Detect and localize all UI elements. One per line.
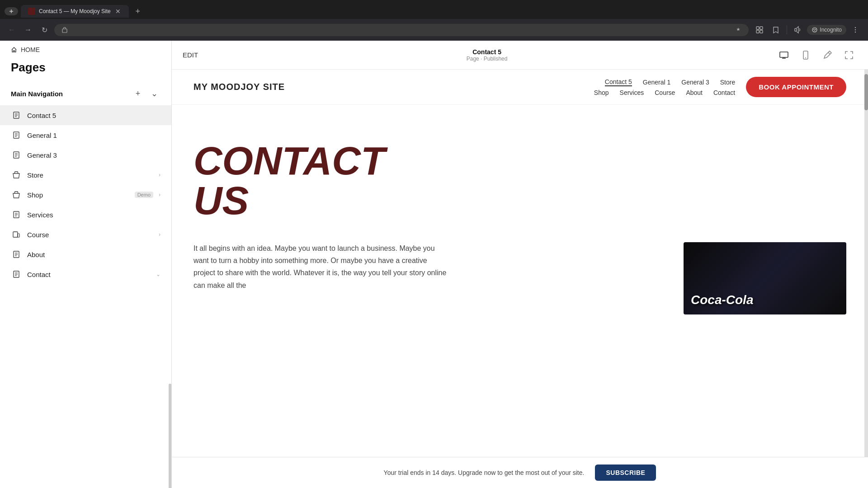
back-button[interactable]: ←	[5, 23, 18, 36]
scroll-indicator[interactable]	[169, 384, 171, 488]
url-input[interactable]: hibiscus-seabass-6444.squarespace.com/co…	[71, 27, 731, 33]
subscribe-button[interactable]: SUBSCRIBE	[595, 465, 656, 481]
collapse-button[interactable]: ⌄	[148, 87, 160, 100]
content-image: Coca-Cola	[684, 242, 846, 314]
tab-bar: Contact 5 — My Moodjoy Site ✕ +	[0, 0, 868, 19]
heading-line1: CONTACT	[193, 138, 385, 183]
toolbar-icons: Incognito	[752, 23, 863, 37]
site-content: CONTACT US It all begins with an idea. M…	[172, 105, 868, 333]
reload-button[interactable]: ↻	[38, 23, 51, 36]
page-meta: Page · Published	[467, 56, 508, 62]
incognito-label: Incognito	[820, 27, 842, 33]
edit-button[interactable]: EDIT	[183, 51, 198, 59]
home-link[interactable]: HOME	[0, 41, 171, 59]
course-label: Course	[27, 231, 153, 239]
general1-label: General 1	[27, 131, 160, 139]
add-page-button[interactable]: +	[132, 87, 144, 100]
desktop-view-button[interactable]	[776, 47, 792, 63]
shop-label: Shop	[27, 191, 129, 199]
svg-point-9	[855, 29, 856, 30]
browser-chrome: Contact 5 — My Moodjoy Site ✕ + ← → ↻ hi…	[0, 0, 868, 41]
top-bar-right	[776, 47, 857, 63]
svg-rect-28	[18, 234, 19, 237]
new-tab-button[interactable]: +	[132, 5, 144, 18]
nav-link-services[interactable]: Services	[620, 89, 644, 96]
sidebar: HOME Pages Main Navigation + ⌄ Contact 5…	[0, 41, 172, 488]
trial-text: Your trial ends in 14 days. Upgrade now …	[384, 469, 585, 476]
sidebar-item-general3[interactable]: General 3	[0, 145, 171, 165]
tab-favicon	[28, 8, 35, 15]
svg-rect-2	[760, 27, 763, 29]
main-nav-header: Main Navigation + ⌄	[0, 82, 171, 105]
sidebar-item-course[interactable]: Course ›	[0, 225, 171, 244]
scrollbar[interactable]	[864, 70, 868, 488]
site-nav: MY MOODJOY SITE Contact 5 General 1 Gene…	[172, 70, 868, 105]
nav-link-shop[interactable]: Shop	[594, 89, 609, 96]
store-arrow-icon: ›	[159, 172, 160, 178]
tab-group-button[interactable]	[5, 7, 18, 15]
nav-link-contact[interactable]: Contact	[713, 89, 735, 96]
about-icon	[11, 249, 22, 260]
coca-cola-text: Coca-Cola	[691, 293, 753, 307]
svg-rect-1	[756, 27, 759, 29]
nav-rows: Contact 5 General 1 General 3 Store Shop…	[594, 78, 735, 96]
sidebar-item-about[interactable]: About	[0, 244, 171, 264]
svg-point-6	[812, 28, 817, 32]
nav-link-store[interactable]: Store	[720, 79, 735, 86]
image-placeholder: Coca-Cola	[684, 242, 846, 314]
site-nav-links: Contact 5 General 1 General 3 Store Shop…	[594, 77, 846, 97]
contact5-label: Contact 5	[27, 112, 160, 119]
section-actions: + ⌄	[132, 87, 160, 100]
shop-arrow-icon: ›	[159, 192, 160, 198]
nav-link-contact5[interactable]: Contact 5	[605, 78, 632, 86]
forward-button[interactable]: →	[22, 23, 34, 36]
bookmark-button[interactable]	[769, 23, 783, 37]
extensions-button[interactable]	[752, 23, 767, 37]
nav-link-general1[interactable]: General 1	[643, 79, 670, 86]
nav-link-general3[interactable]: General 3	[681, 79, 709, 86]
menu-button[interactable]	[848, 23, 863, 37]
page-name: Contact 5	[467, 48, 508, 56]
content-body: It all begins with an idea. Maybe you wa…	[193, 242, 447, 291]
active-tab[interactable]: Contact 5 — My Moodjoy Site ✕	[21, 5, 129, 18]
contact-label: Contact	[27, 271, 151, 278]
book-appointment-button[interactable]: BOOK APPOINTMENT	[746, 77, 846, 97]
sidebar-item-services[interactable]: Services	[0, 205, 171, 225]
services-label: Services	[27, 211, 160, 219]
mobile-view-button[interactable]	[797, 47, 814, 63]
sidebar-item-contact[interactable]: Contact ⌄	[0, 264, 171, 284]
fullscreen-button[interactable]	[841, 47, 857, 63]
edit-tools-button[interactable]	[819, 47, 835, 63]
main-nav-title: Main Navigation	[11, 90, 63, 98]
heading-line2: US	[193, 178, 249, 223]
scrollbar-thumb[interactable]	[864, 74, 868, 110]
sidebar-item-store[interactable]: Store ›	[0, 165, 171, 185]
sidebar-item-shop[interactable]: Shop Demo ›	[0, 185, 171, 205]
nav-row-1: Contact 5 General 1 General 3 Store	[605, 78, 735, 86]
tab-close-button[interactable]: ✕	[114, 8, 122, 15]
page-icon	[11, 150, 22, 160]
svg-rect-3	[756, 30, 759, 33]
nav-link-about[interactable]: About	[686, 89, 703, 96]
nav-link-course[interactable]: Course	[655, 89, 675, 96]
read-aloud-button[interactable]	[791, 23, 805, 37]
page-icon	[11, 110, 22, 121]
tab-title: Contact 5 — My Moodjoy Site	[39, 8, 111, 14]
address-bar[interactable]: hibiscus-seabass-6444.squarespace.com/co…	[54, 24, 749, 36]
about-label: About	[27, 251, 160, 258]
course-arrow-icon: ›	[159, 231, 160, 238]
website-preview: MY MOODJOY SITE Contact 5 General 1 Gene…	[172, 70, 868, 488]
course-icon	[11, 229, 22, 240]
content-text: It all begins with an idea. Maybe you wa…	[193, 242, 647, 314]
nav-row-2: Shop Services Course About Contact	[594, 89, 735, 96]
services-icon	[11, 209, 22, 220]
shop-badge: Demo	[135, 192, 153, 198]
sidebar-item-general1[interactable]: General 1	[0, 125, 171, 145]
svg-point-10	[855, 32, 856, 33]
top-bar-left: EDIT	[183, 51, 198, 59]
store-icon	[11, 169, 22, 180]
svg-rect-4	[760, 30, 763, 33]
contact-heading: CONTACT US	[193, 141, 846, 221]
incognito-badge: Incognito	[807, 25, 846, 35]
sidebar-item-contact5[interactable]: Contact 5	[0, 105, 171, 125]
